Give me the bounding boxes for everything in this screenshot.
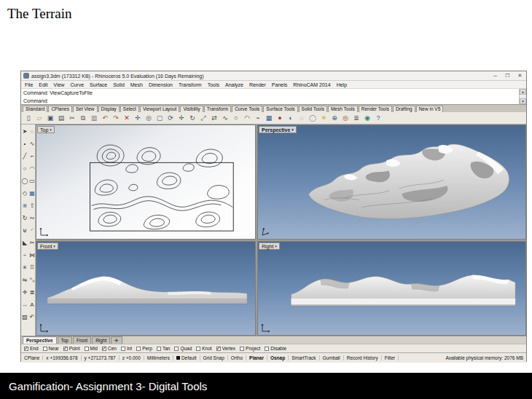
target-icon[interactable]: ◎ [340, 113, 351, 123]
sun-icon[interactable]: ☀ [318, 113, 329, 123]
shaded-view-icon[interactable]: ◐ [286, 113, 296, 123]
scroll-down-icon[interactable]: ▼ [520, 98, 526, 104]
zoom-extents-icon[interactable]: ▢ [154, 113, 165, 123]
dimension-tool-icon[interactable]: ↔ [22, 301, 28, 308]
rotate-icon[interactable]: ↻ [187, 113, 197, 123]
pointer-tool-icon[interactable]: ➤ [23, 128, 28, 135]
rotate-view-icon[interactable]: ⟳ [165, 113, 176, 123]
viewport-tab[interactable]: Front [73, 336, 91, 344]
text-tool-icon[interactable]: A [30, 301, 34, 308]
menu-item[interactable]: Transform [179, 82, 202, 87]
menu-item[interactable]: File [25, 82, 33, 87]
viewport-top[interactable]: Top ▾ [36, 125, 256, 240]
mirror-icon[interactable]: ⇄ [209, 113, 219, 123]
osnap-checkbox[interactable]: Vertex [216, 346, 235, 351]
units-label[interactable]: Millimeters [144, 355, 173, 360]
revolve-tool-icon[interactable]: ↻ [23, 215, 28, 221]
toolbar-tab[interactable]: New in V5 [416, 106, 444, 112]
command-area[interactable]: Command: ViewCaptureToFile Command: ▲ ▼ [21, 89, 526, 105]
menu-item[interactable]: Panels [272, 82, 287, 87]
curve-tool-icon[interactable]: ∿ [30, 141, 35, 147]
toolbar-tab[interactable]: Mesh Tools [328, 106, 358, 112]
status-toggle[interactable]: Gumball [320, 355, 344, 360]
osnap-checkbox[interactable]: Perp [136, 346, 152, 351]
toolbar-tab[interactable]: Set View [73, 106, 98, 112]
join-tool-icon[interactable]: ⋈ [29, 252, 35, 258]
polygon-tool-icon[interactable]: ◇ [23, 190, 27, 197]
copy-icon[interactable]: ⧉ [78, 113, 88, 123]
viewport-perspective[interactable]: Perspective ▾ [257, 125, 526, 240]
paste-icon[interactable]: ▥ [89, 113, 99, 123]
osnap-checkbox[interactable]: Int [121, 346, 132, 351]
menu-item[interactable]: Dimension [149, 82, 173, 87]
arc-icon[interactable]: ◠ [242, 113, 252, 123]
move-tool-icon[interactable]: ✛ [23, 289, 28, 296]
surface-icon[interactable]: ▦ [264, 113, 274, 123]
toolbar-tab[interactable]: Solid Tools [299, 106, 327, 112]
viewport-right-label[interactable]: Right ▾ [259, 242, 280, 250]
curve-icon[interactable]: ∿ [220, 113, 230, 123]
status-toggle[interactable]: Grid Snap [200, 355, 228, 360]
new-file-icon[interactable]: ▯ [23, 113, 34, 123]
redo-icon[interactable]: ↷ [111, 113, 121, 123]
polyline-tool-icon[interactable]: ⌐ [31, 153, 34, 159]
cut-icon[interactable]: ✂ [67, 113, 77, 123]
viewport-top-label[interactable]: Top ▾ [37, 126, 55, 133]
minimize-button[interactable]: ─ [489, 71, 501, 80]
toolbar-tab[interactable]: Drafting [393, 106, 415, 112]
hatch-tool-icon[interactable]: ▨ [22, 314, 28, 320]
toolbar-tab[interactable]: Surface Tools [263, 106, 297, 112]
osnap-checkbox[interactable]: Point [63, 346, 80, 351]
toolbar-tab[interactable]: Visibility [180, 106, 203, 112]
circle-icon[interactable]: ○ [231, 113, 241, 123]
wireframe-view-icon[interactable]: ◌ [297, 113, 307, 123]
osnap-checkbox[interactable]: Knot [196, 346, 211, 351]
extrude-tool-icon[interactable]: ⇧ [30, 202, 35, 209]
status-toggle[interactable]: Osnap [267, 355, 289, 360]
toolbar-tab[interactable]: Transform [204, 106, 231, 112]
zoom-icon[interactable]: ◎ [144, 113, 154, 123]
print-icon[interactable]: ▤ [56, 113, 66, 123]
menu-item[interactable]: Tools [208, 82, 219, 87]
layers-icon[interactable]: ≣ [351, 113, 361, 123]
gumball-icon[interactable]: ◉ [362, 113, 372, 123]
toolbar-tab[interactable]: Render Tools [359, 106, 392, 112]
command-prompt-line[interactable]: Command: [21, 97, 526, 105]
close-button[interactable]: ✕ [514, 71, 526, 80]
window-titlebar[interactable]: assign3.3dm (173312 KB) - Rhinoceros 5.0… [21, 71, 526, 81]
osnap-checkbox[interactable]: Near [43, 346, 59, 351]
pan-icon[interactable]: ✛ [133, 113, 143, 123]
sweep-tool-icon[interactable]: ∾ [30, 215, 35, 221]
command-scrollbar[interactable]: ▲ ▼ [519, 89, 526, 104]
menu-item[interactable]: Surface [90, 82, 107, 87]
undo-icon[interactable]: ↶ [100, 113, 110, 123]
menu-item[interactable]: Analyze [225, 82, 243, 87]
viewport-perspective-label[interactable]: Perspective ▾ [259, 126, 297, 133]
split-tool-icon[interactable]: ÷ [23, 252, 26, 258]
fillet-tool-icon[interactable]: ◜ [31, 227, 33, 234]
chamfer-tool-icon[interactable]: ◣ [23, 240, 27, 246]
save-icon[interactable]: ▣ [45, 113, 55, 123]
array-tool-icon[interactable]: ⠿ [30, 264, 34, 271]
menu-item[interactable]: Help [337, 82, 347, 87]
loft-tool-icon[interactable]: ≋ [23, 202, 28, 209]
maximize-button[interactable]: ☐ [501, 71, 514, 80]
menu-item[interactable]: Render [249, 82, 266, 87]
status-toggle[interactable]: Filter [382, 355, 399, 360]
menu-item[interactable]: Curve [70, 82, 84, 87]
osnap-checkbox[interactable]: Project [240, 346, 260, 351]
viewport-right[interactable]: Right ▾ [257, 241, 526, 336]
menu-item[interactable]: Solid [113, 82, 125, 87]
surface-tool-icon[interactable]: ▦ [29, 190, 35, 197]
viewport-tab[interactable]: ✛ [111, 336, 122, 344]
toolbar-tab[interactable]: Viewport Layout [140, 106, 180, 112]
status-toggle[interactable]: Planar [246, 355, 267, 360]
toolbar-tab[interactable]: Select [120, 106, 139, 112]
osnap-checkbox[interactable]: Disable [265, 346, 286, 351]
scale-tool-icon[interactable]: ⤡ [30, 277, 34, 284]
viewport-tab[interactable]: Top [58, 336, 72, 344]
offset-tool-icon[interactable]: ≣ [30, 289, 35, 296]
layer-indicator[interactable]: Default [173, 355, 200, 360]
toolbar-tab[interactable]: Standard [23, 106, 47, 112]
ellipse-tool-icon[interactable]: ◯ [22, 178, 28, 184]
